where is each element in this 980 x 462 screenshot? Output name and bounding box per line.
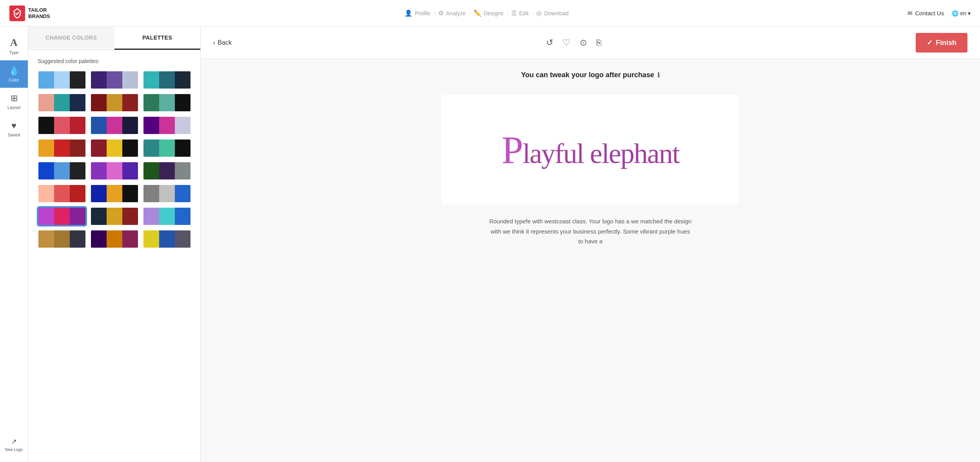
layout-icon: ⊞ [11,93,18,103]
palette-item[interactable] [143,184,191,203]
download-action-icon[interactable]: ⊙ [580,38,587,48]
color-swatch [107,208,122,225]
palette-row [38,184,191,203]
nav-step-profile[interactable]: 👤 Profile › [405,9,436,17]
sidebar-item-saved[interactable]: ♥ Saved [0,115,28,143]
back-arrow-icon: ‹ [213,39,215,46]
palette-item[interactable] [38,93,86,112]
color-swatch [107,230,122,248]
palette-item[interactable] [38,184,86,203]
back-button[interactable]: ‹ Back [213,39,232,46]
palette-item[interactable] [38,71,86,89]
logo[interactable]: TAILOR BRANDS [9,5,50,21]
chevron-icon: › [434,11,436,16]
chevron-down-icon: ▾ [968,10,971,16]
color-swatch [70,140,85,157]
language-selector[interactable]: 🌐 en ▾ [952,10,971,16]
color-swatch [54,208,70,225]
share-icon: ↗ [11,437,17,446]
left-panel: CHANGE COLORS PALETTES Suggested color p… [28,27,201,462]
color-swatch [38,230,54,248]
sidebar-item-layout[interactable]: ⊞ Layout [0,88,28,115]
color-swatch [175,208,191,225]
color-swatch [143,117,159,134]
undo-icon[interactable]: ↺ [546,38,553,48]
toolbar-actions: ↺ ♡ ⊙ ⎘ [546,38,601,48]
color-swatch [38,117,54,134]
color-swatch [143,162,159,179]
color-swatch [38,162,54,179]
palette-item[interactable] [90,161,139,180]
favorite-icon[interactable]: ♡ [563,38,570,48]
color-swatch [175,140,191,157]
palette-item[interactable] [90,184,139,203]
palette-item[interactable] [90,71,139,89]
designs-icon: ✏️ [474,9,481,17]
color-icon: 💧 [9,66,19,76]
sidebar-item-color[interactable]: 💧 Color [0,60,28,88]
color-swatch [107,185,122,202]
color-swatch [91,162,107,179]
nav-step-designs[interactable]: ✏️ Designs › [474,9,509,17]
color-swatch [143,208,159,225]
info-icon: ℹ [657,71,660,79]
color-swatch [54,185,70,202]
sidebar-item-type[interactable]: A Type [0,31,28,60]
color-swatch [70,94,85,111]
color-swatch [175,117,191,134]
palette-item[interactable] [90,116,139,135]
palette-item[interactable] [143,230,191,248]
color-swatch [159,140,175,157]
palette-item[interactable] [90,207,139,226]
palette-item[interactable] [143,116,191,135]
profile-icon: 👤 [405,9,412,17]
main-content: ‹ Back ↺ ♡ ⊙ ⎘ ✓ Finish You can tweak yo… [201,27,980,462]
palette-section-label: Suggested color palettes: [38,58,191,64]
palette-item[interactable] [38,139,86,158]
palette-item[interactable] [143,161,191,180]
chevron-icon: › [532,11,534,16]
color-swatch [91,230,107,248]
color-swatch [122,94,138,111]
description-text: Rounded typefe with westcoast class. You… [488,216,692,246]
color-swatch [38,94,54,111]
logo-preview: Playful elephant [501,127,679,172]
nav-step-analyze[interactable]: ⚙ Analyze › [438,9,471,17]
logo-icon [9,5,25,21]
color-swatch [122,208,138,225]
palette-item[interactable] [38,230,86,248]
palette-item[interactable] [143,139,191,158]
sidebar-item-new-logo[interactable]: ↗ New Logo [0,432,28,457]
palette-item[interactable] [90,93,139,112]
contact-us-link[interactable]: ✉ Contact Us [907,10,944,17]
palettes-grid [38,71,191,248]
panel-tabs: CHANGE COLORS PALETTES [28,27,200,50]
share-action-icon[interactable]: ⎘ [596,38,601,48]
palette-item[interactable] [143,71,191,89]
palette-row [38,93,191,112]
palette-item[interactable] [38,161,86,180]
color-swatch [91,185,107,202]
nav-step-edit[interactable]: ☰ Edit › [511,9,534,17]
preview-area: You can tweak your logo after purchase ℹ… [201,59,980,462]
color-swatch [38,140,54,157]
color-swatch [107,140,122,157]
palette-item[interactable] [38,116,86,135]
palette-item[interactable] [90,230,139,248]
palette-item[interactable] [143,93,191,112]
color-swatch [54,230,70,248]
palette-item[interactable] [90,139,139,158]
color-swatch [70,162,85,179]
palette-item[interactable] [38,207,86,226]
color-swatch [143,140,159,157]
tab-palettes[interactable]: PALETTES [114,27,201,50]
nav-step-download[interactable]: ◎ Download [536,9,568,17]
color-swatch [143,94,159,111]
tab-change-colors[interactable]: CHANGE COLORS [28,27,114,50]
nav-steps: 👤 Profile › ⚙ Analyze › ✏️ Designs › ☰ E… [66,9,908,17]
palette-item[interactable] [143,207,191,226]
color-swatch [159,185,175,202]
finish-button[interactable]: ✓ Finish [916,33,967,53]
main-layout: A Type 💧 Color ⊞ Layout ♥ Saved ↗ New Lo… [0,27,980,462]
analyze-icon: ⚙ [438,9,444,17]
